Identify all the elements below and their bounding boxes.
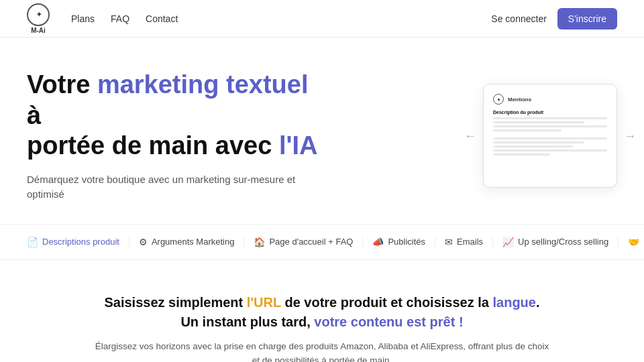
nav-right: Se connecter S'inscrire: [491, 8, 617, 29]
preview-line-7: [493, 145, 573, 147]
preview-card: ✦ Mentions Description du produit: [483, 84, 617, 188]
nav-link-faq[interactable]: FAQ: [111, 13, 129, 24]
signup-button[interactable]: S'inscrire: [557, 8, 617, 29]
hero-left: Votre marketing textuel àportée de main …: [27, 70, 322, 202]
nav-link-plans[interactable]: Plans: [71, 13, 95, 24]
preview-line-6: [493, 141, 584, 143]
logo-label: M-Ai: [31, 27, 46, 34]
preview-section-title: Description du produit: [493, 110, 607, 115]
features-row: 📄 Descriptions produit ⚙ Arguments Marke…: [0, 224, 644, 260]
preview-line-2: [493, 121, 584, 123]
arguments-icon: ⚙: [139, 237, 148, 247]
preview-logo: ✦: [493, 94, 504, 105]
preview-arrow-right[interactable]: →: [624, 129, 636, 143]
preview-line-9: [493, 154, 550, 156]
feature-label-publicites: Publicités: [388, 237, 425, 247]
section2-subtitle: Élargissez vos horizons avec la prise en…: [94, 339, 550, 362]
section2-title2: Un instant plus tard, votre contenu est …: [27, 314, 617, 330]
preview-line-3: [493, 125, 607, 127]
feature-item-upselling[interactable]: 📈 Up selling/Cross selling: [493, 237, 619, 247]
feature-label-emails: Emails: [457, 237, 483, 247]
emails-icon: ✉: [445, 237, 453, 247]
publicites-icon: 📣: [372, 237, 384, 247]
section2-line1-end: .: [536, 295, 540, 310]
feature-label-arguments: Arguments Marketing: [152, 237, 235, 247]
feature-item-arguments[interactable]: ⚙ Arguments Marketing: [129, 237, 245, 247]
section2: Saisissez simplement l'URL de votre prod…: [0, 260, 644, 362]
navigation: ✦ M-Ai Plans FAQ Contact Se connecter S'…: [0, 0, 644, 38]
preview-card-header: ✦ Mentions: [493, 94, 607, 105]
preview-line-8: [493, 149, 607, 152]
hero-title-highlight1: marketing textuel: [97, 70, 309, 99]
section2-line1-hl1: l'URL: [247, 295, 281, 310]
logo[interactable]: ✦ M-Ai: [27, 3, 50, 34]
collab-icon: 🤝: [628, 237, 639, 247]
hero-title-highlight2: l'IA: [279, 131, 318, 160]
nav-links: Plans FAQ Contact: [71, 13, 178, 24]
hero-preview: ← ✦ Mentions Description du produit →: [483, 84, 617, 188]
feature-item-page-accueil[interactable]: 🏠 Page d'accueil + FAQ: [244, 237, 363, 247]
preview-card-title: Mentions: [508, 97, 531, 103]
preview-line-5: [493, 137, 607, 139]
preview-arrow-left[interactable]: ←: [464, 129, 476, 143]
nav-left: ✦ M-Ai Plans FAQ Contact: [27, 3, 178, 34]
feature-label-upselling: Up selling/Cross selling: [518, 237, 608, 247]
hero-subtitle: Démarquez votre boutique avec un marketi…: [27, 172, 322, 202]
section2-line1-hl2: langue: [493, 295, 536, 310]
section2-title1: Saisissez simplement l'URL de votre prod…: [27, 295, 617, 310]
section2-line2-plain: Un instant plus tard,: [180, 314, 314, 329]
section2-line2-hl: votre contenu est prêt !: [314, 314, 463, 329]
hero-title: Votre marketing textuel àportée de main …: [27, 70, 322, 162]
feature-item-collab[interactable]: 🤝 Collab Influenceurs: [619, 237, 644, 247]
feature-item-emails[interactable]: ✉ Emails: [435, 237, 493, 247]
preview-line-1: [493, 117, 607, 119]
feature-label-page-accueil: Page d'accueil + FAQ: [269, 237, 353, 247]
feature-label-descriptions: Descriptions produit: [42, 237, 119, 247]
hero-title-plain: Votre: [27, 70, 97, 99]
preview-line-4: [493, 129, 561, 131]
hero-section: Votre marketing textuel àportée de main …: [0, 38, 644, 224]
feature-item-descriptions[interactable]: 📄 Descriptions produit: [27, 237, 129, 247]
upselling-icon: 📈: [502, 237, 514, 247]
section2-line1-mid: de votre produit et choisissez la: [281, 295, 493, 310]
feature-item-publicites[interactable]: 📣 Publicités: [363, 237, 435, 247]
descriptions-icon: 📄: [27, 237, 38, 247]
section2-line1-plain: Saisissez simplement: [104, 295, 246, 310]
nav-link-contact[interactable]: Contact: [146, 13, 178, 24]
login-button[interactable]: Se connecter: [491, 13, 547, 24]
hero-title-middle: àportée de main avec: [27, 101, 279, 160]
page-accueil-icon: 🏠: [254, 237, 265, 247]
